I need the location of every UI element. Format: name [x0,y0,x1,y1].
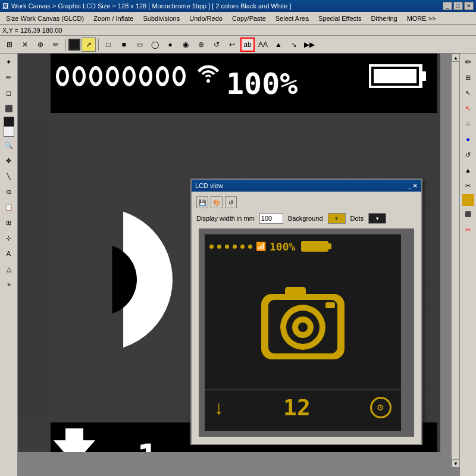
tool-plus[interactable]: ⊕ [194,37,208,52]
lcd-controls: Display width in mm Background ▼ Dots ▼ [196,213,416,224]
display-width-label: Display width in mm [196,215,255,222]
minimize-button[interactable]: _ [443,2,452,10]
menu-more[interactable]: MORE >> [402,14,441,23]
left-tool-line[interactable]: ╲ [2,169,16,183]
left-tool-1[interactable]: ✦ [2,55,16,69]
left-tool-copy[interactable]: ⧉ [2,184,16,199]
toolbar-separator-1 [65,39,66,51]
lcd-dialog-titlebar[interactable]: LCD view _ ✕ [192,180,421,192]
scroll-up-button[interactable]: ▲ [452,54,459,62]
tool-rect-round[interactable]: ▭ [132,37,146,52]
right-tool-color-yellow[interactable] [462,194,474,206]
right-tool-pencil[interactable]: ✏ [461,55,475,69]
right-tool-cursor2[interactable]: ↖ [461,101,475,115]
background-dropdown[interactable]: ▼ [328,213,346,224]
lcd-dot-2 [217,245,221,249]
left-tool-select[interactable]: ⊹ [2,231,16,245]
display-width-input[interactable] [259,213,283,224]
menu-size-work-canvas[interactable]: Size Work Canvas (GLCD) [1,14,89,23]
lcd-toolbar: 💾 🎨 ↺ [196,196,416,208]
tool-rect-fill[interactable]: ■ [117,37,131,52]
right-tool-select[interactable]: ⊹ [461,117,475,131]
tool-triangle[interactable]: ▲ [271,37,286,52]
canvas-vertical-scrollbar: ▲ ▼ [451,54,459,468]
menu-undo-redo[interactable]: Undo/Redo [184,14,227,23]
lcd-count-display: 12 [283,394,311,421]
svg-point-6 [298,322,308,332]
tool-pencil[interactable]: ✏ [49,37,63,52]
lcd-status-bar: 📶 100% [205,234,401,258]
maximize-button[interactable]: □ [453,2,463,10]
scroll-vertical-track[interactable] [452,62,459,459]
tool-crosshair[interactable]: ◉ [178,37,193,52]
tool-crop[interactable]: ⊕ [33,37,48,52]
tool-rotate-left[interactable]: ↺ [209,37,224,52]
svg-rect-1 [285,287,306,299]
dots-label: Dots [350,215,364,222]
right-tool-scissors2[interactable]: ✂ [461,223,475,237]
menu-subdivisions[interactable]: Subdivisions [138,14,184,23]
color-black-box[interactable] [68,39,80,51]
canvas-area[interactable]: LCD view _ ✕ 💾 🎨 ↺ Display width in mm B… [18,54,459,476]
lcd-main-camera-area [205,258,401,389]
scroll-down-button[interactable]: ▼ [452,459,459,468]
lcd-view-dialog: LCD view _ ✕ 💾 🎨 ↺ Display width in mm B… [190,178,422,445]
right-tool-color2[interactable]: ⬛ [461,207,475,221]
left-tool-fill[interactable]: ⬛ [2,101,16,115]
left-tool-move[interactable]: ✥ [2,154,16,168]
right-tool-triangle[interactable]: ▲ [461,163,475,177]
lcd-dot-4 [233,245,237,249]
left-tool-wand[interactable]: ⌖ [2,277,16,292]
svg-rect-7 [325,302,335,308]
lcd-settings-icon: ⚙ [370,397,392,418]
close-button[interactable]: ✕ [464,2,474,10]
main-toolbar: ⊞ ✕ ⊕ ✏ ↗ □ ■ ▭ ◯ ● ◉ ⊕ ↺ ↩ ab AA ▲ ↘ ▶▶ [0,36,476,54]
tool-text-aa[interactable]: AA [256,37,270,52]
title-bar: 🖼 Work Canvas > Graphic LCD Size = 128 x… [0,0,476,12]
left-tool-zoom[interactable]: 🔍 [2,138,16,152]
left-tool-color2[interactable] [4,126,14,137]
left-tool-eraser[interactable]: ◻ [2,86,16,100]
lcd-close-button[interactable]: ✕ [412,182,418,190]
lcd-dialog-title-text: LCD view [195,182,223,189]
tool-rotate-right[interactable]: ↩ [225,37,239,52]
tool-cancel[interactable]: ✕ [18,37,32,52]
tool-ellipse-fill[interactable]: ● [163,37,177,52]
lcd-refresh-button[interactable]: ↺ [225,196,237,208]
tool-arrow-diag[interactable]: ↘ [287,37,301,52]
lcd-palette-button[interactable]: 🎨 [211,196,223,208]
lcd-battery-body [301,241,328,252]
tool-ellipse-outline[interactable]: ◯ [148,37,162,52]
tool-text-ab[interactable]: ab [240,37,255,52]
left-tool-text[interactable]: A [2,246,16,261]
right-tool-scissors[interactable]: ✂ [461,178,475,193]
lcd-battery [301,241,331,252]
menu-copy-paste[interactable]: Copy/Paste [227,14,271,23]
window-title: Work Canvas > Graphic LCD Size = 128 x 1… [11,2,292,10]
menu-select-area[interactable]: Select Area [271,14,314,23]
menu-special-effects[interactable]: Special Effects [314,14,367,23]
menu-dithering[interactable]: Dithering [367,14,402,23]
coords-bar: X,Y = 126,39 180.00 [0,25,476,36]
lcd-minimize-button[interactable]: _ [408,182,411,190]
tool-arrow[interactable]: ↗ [82,37,96,52]
lcd-save-button[interactable]: 💾 [196,196,208,208]
menu-zoom-inflate[interactable]: Zoom / Inflate [89,14,138,23]
left-tool-shape[interactable]: △ [2,262,16,276]
right-tool-cursor[interactable]: ↖ [461,86,475,100]
lcd-battery-tip [328,243,331,249]
left-tool-paste[interactable]: 📋 [2,200,16,214]
main-area: ✦ ✏ ◻ ⬛ 🔍 ✥ ╲ ⧉ 📋 ⊞ ⊹ A △ ⌖ LCD view _ ✕ [0,54,476,476]
lcd-percent-display: 100% [270,240,295,253]
tool-select-rect[interactable]: ⊞ [2,37,17,52]
tool-fast-forward[interactable]: ▶▶ [302,37,317,52]
lcd-dot-3 [225,245,229,249]
right-tool-dot[interactable]: ● [461,132,475,146]
right-tool-grid[interactable]: ⊞ [461,70,475,84]
lcd-preview-area: 📶 100% [199,228,414,437]
right-tool-refresh[interactable]: ↺ [461,148,475,162]
left-tool-grid[interactable]: ⊞ [2,215,16,230]
tool-rect-outline[interactable]: □ [101,37,115,52]
left-tool-pencil[interactable]: ✏ [2,70,16,84]
dots-dropdown[interactable]: ▼ [368,213,386,224]
